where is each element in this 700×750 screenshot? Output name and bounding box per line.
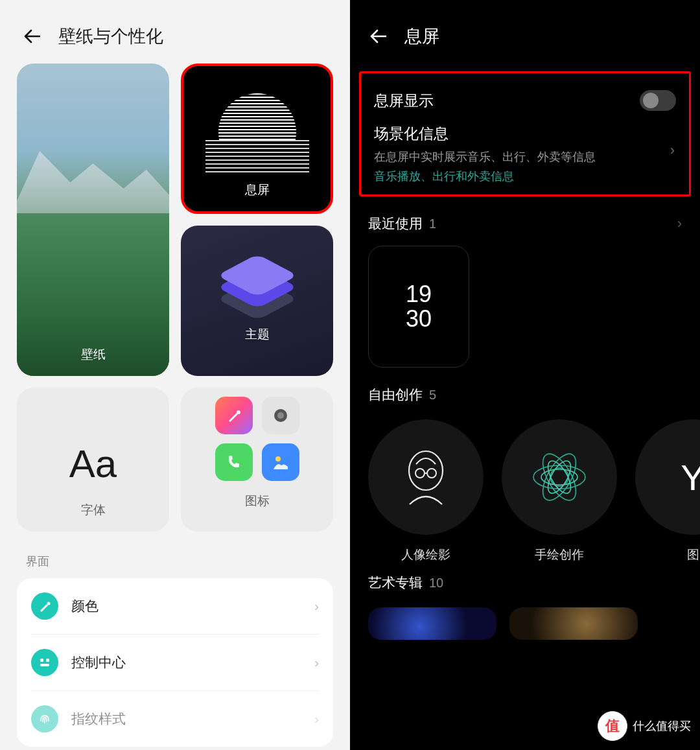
- fingerprint-item[interactable]: 指纹样式 ›: [17, 691, 333, 747]
- portrait-label: 人像绘影: [401, 546, 450, 563]
- chevron-right-icon: ›: [677, 215, 682, 232]
- svg-point-2: [277, 412, 284, 419]
- personalization-panel: 壁纸与个性化 壁纸 息屏 主题 Aa 字体: [0, 0, 350, 750]
- chevron-right-icon: ›: [314, 655, 319, 670]
- scene-desc: 在息屏中实时展示音乐、出行、外卖等信息: [374, 149, 676, 165]
- recent-title: 最近使用: [368, 215, 423, 233]
- free-items: 人像绘影 手绘创作 Y 图: [350, 410, 700, 563]
- layers-icon: [222, 246, 293, 311]
- aod-card[interactable]: 息屏: [181, 64, 333, 214]
- control-center-item[interactable]: 控制中心 ›: [17, 635, 333, 690]
- svg-point-9: [415, 469, 425, 478]
- watermark-badge: 值: [598, 711, 627, 741]
- back-icon[interactable]: [368, 27, 388, 46]
- svg-point-10: [427, 469, 436, 478]
- camera-icon: [262, 397, 299, 434]
- palette-icon: [31, 592, 58, 620]
- art-items: [350, 598, 700, 640]
- watermark-text: 什么值得买: [633, 718, 691, 734]
- recent-clock-card[interactable]: 19 30: [368, 246, 469, 368]
- recent-section-header[interactable]: 最近使用 1 ›: [350, 196, 700, 239]
- page-title: 息屏: [404, 25, 439, 48]
- flower-icon: [502, 419, 617, 535]
- icons-card[interactable]: 图标: [181, 388, 333, 532]
- free-count: 5: [429, 388, 682, 403]
- art-count: 10: [429, 576, 682, 591]
- fingerprint-icon: [31, 705, 58, 732]
- svg-point-0: [237, 410, 240, 414]
- portrait-item[interactable]: 人像绘影: [368, 419, 484, 563]
- fingerprint-label: 指纹样式: [71, 710, 314, 728]
- aod-panel: 息屏 息屏显示 场景化信息 在息屏中实时展示音乐、出行、外卖等信息 音乐播放、出…: [350, 0, 700, 750]
- icon-samples: [215, 397, 299, 481]
- svg-rect-7: [40, 664, 49, 666]
- chevron-right-icon: ›: [670, 142, 675, 159]
- draw-label: 手绘创作: [535, 546, 584, 563]
- highlighted-settings: 息屏显示 场景化信息 在息屏中实时展示音乐、出行、外卖等信息 音乐播放、出行和外…: [359, 71, 691, 196]
- clock-minute: 30: [406, 307, 432, 331]
- svg-point-3: [275, 456, 281, 462]
- chevron-right-icon: ›: [314, 599, 319, 614]
- ui-list: 颜色 › 控制中心 › 指纹样式 ›: [17, 578, 333, 747]
- art-title: 艺术专辑: [368, 574, 423, 592]
- brush-icon: [215, 397, 253, 434]
- draw-item[interactable]: 手绘创作: [502, 419, 617, 563]
- icons-label: 图标: [245, 493, 270, 510]
- color-item[interactable]: 颜色 ›: [17, 578, 333, 634]
- svg-point-14: [536, 449, 582, 505]
- font-label: 字体: [81, 502, 106, 519]
- scene-title: 场景化信息: [374, 124, 676, 144]
- svg-rect-6: [46, 659, 49, 662]
- wallpaper-label: 壁纸: [81, 346, 106, 363]
- scene-link: 音乐播放、出行和外卖信息: [374, 169, 676, 184]
- third-label: 图: [687, 546, 699, 563]
- art-card[interactable]: [509, 607, 638, 640]
- control-center-label: 控制中心: [71, 653, 314, 672]
- wallpaper-card[interactable]: 壁纸: [17, 64, 169, 376]
- theme-label: 主题: [245, 326, 270, 343]
- letter-icon: Y: [635, 419, 700, 535]
- theme-card[interactable]: 主题: [181, 226, 333, 376]
- art-card[interactable]: [368, 607, 496, 640]
- gallery-icon: [262, 443, 299, 481]
- aod-display-row[interactable]: 息屏显示: [369, 82, 681, 119]
- portrait-icon: [368, 419, 484, 535]
- control-icon: [31, 649, 58, 676]
- left-header: 壁纸与个性化: [0, 0, 350, 64]
- chevron-right-icon: ›: [314, 712, 319, 727]
- right-header: 息屏: [350, 0, 700, 64]
- svg-point-12: [550, 468, 568, 486]
- svg-rect-5: [40, 659, 43, 662]
- recent-count: 1: [429, 217, 677, 231]
- watermark: 值 什么值得买: [598, 711, 691, 741]
- art-section-header[interactable]: 艺术专辑 10: [350, 563, 700, 598]
- page-title: 壁纸与个性化: [58, 25, 163, 48]
- svg-point-4: [47, 602, 51, 605]
- scene-info-row[interactable]: 场景化信息 在息屏中实时展示音乐、出行、外卖等信息 音乐播放、出行和外卖信息 ›: [369, 119, 681, 184]
- free-title: 自由创作: [368, 386, 423, 404]
- back-icon[interactable]: [22, 27, 41, 46]
- third-item[interactable]: Y 图: [635, 419, 700, 563]
- aod-label: 息屏: [245, 182, 270, 198]
- svg-point-15: [536, 449, 582, 505]
- clock-hour: 19: [406, 282, 432, 307]
- free-section-header[interactable]: 自由创作 5: [350, 368, 700, 410]
- svg-point-8: [409, 451, 443, 490]
- ui-section-label: 界面: [0, 532, 350, 578]
- color-label: 颜色: [71, 597, 314, 615]
- aod-display-toggle[interactable]: [640, 90, 676, 111]
- font-card[interactable]: Aa 字体: [17, 388, 169, 532]
- aod-sun-icon: [218, 93, 296, 171]
- aod-display-label: 息屏显示: [374, 91, 640, 111]
- phone-icon: [215, 443, 253, 481]
- font-symbol: Aa: [69, 441, 117, 486]
